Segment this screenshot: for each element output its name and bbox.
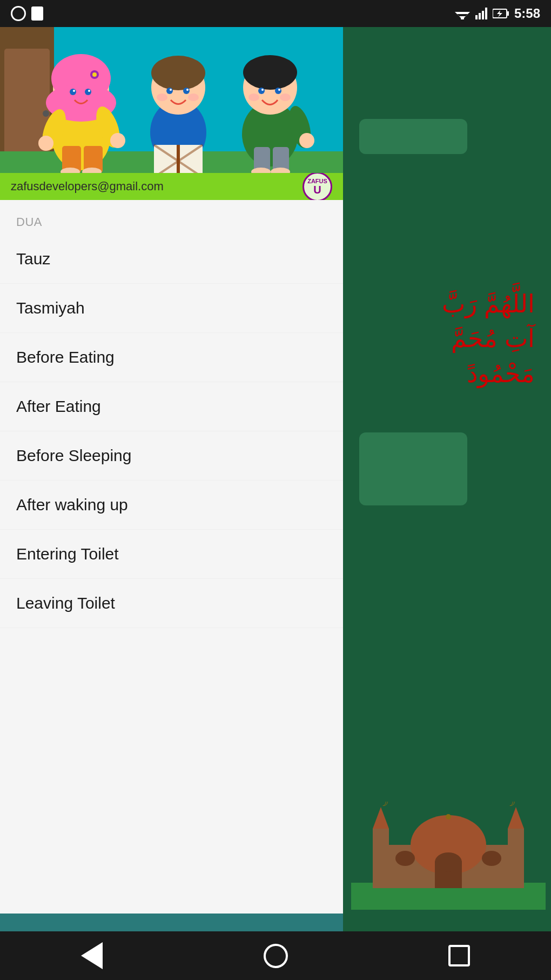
nav-item-after-eating[interactable]: After Eating [0, 382, 343, 431]
svg-rect-5 [508, 829, 524, 888]
nav-item-leaving-toilet[interactable]: Leaving Toilet [0, 579, 343, 628]
svg-point-60 [157, 94, 167, 101]
svg-point-8 [435, 852, 462, 872]
status-right-icons: 5:58 [455, 6, 540, 21]
svg-marker-6 [508, 807, 524, 829]
nav-item-entering-toilet[interactable]: Entering Toilet [0, 530, 343, 579]
status-bar: 5:58 [0, 0, 551, 27]
svg-point-80 [299, 133, 314, 148]
time-display: 5:58 [514, 6, 540, 21]
svg-rect-19 [479, 13, 481, 19]
svg-point-46 [38, 136, 53, 151]
record-icon [11, 6, 26, 21]
svg-point-57 [183, 88, 190, 94]
svg-point-78 [280, 94, 291, 101]
arabic-text: اللَّهُمَّ رَبَّ آتِ مُحَمَّ مَحْمُودً [335, 286, 540, 391]
svg-text:☽: ☽ [505, 802, 516, 809]
svg-point-73 [258, 88, 265, 94]
logo-badge: ZAFUS U [303, 172, 332, 201]
green-button-mid[interactable] [359, 432, 467, 505]
svg-point-44 [92, 72, 97, 77]
wifi-icon [455, 8, 470, 19]
header-footer: zafusdevelopers@gmail.com ZAFUS U [0, 173, 343, 200]
back-icon [81, 942, 103, 969]
home-icon [264, 944, 288, 968]
nav-item-after-waking[interactable]: After waking up [0, 481, 343, 530]
nav-item-before-eating[interactable]: Before Eating [0, 333, 343, 382]
recent-icon [448, 945, 470, 966]
svg-point-74 [275, 88, 281, 94]
mosque-illustration: ☽ ☽ [351, 802, 546, 910]
svg-point-59 [186, 89, 189, 91]
svg-marker-4 [373, 807, 389, 829]
svg-point-76 [278, 89, 280, 91]
svg-marker-24 [497, 10, 502, 17]
svg-point-75 [261, 89, 264, 91]
svg-point-40 [85, 89, 91, 95]
svg-point-39 [70, 89, 76, 95]
home-button[interactable] [259, 939, 292, 972]
svg-point-13 [446, 814, 451, 819]
back-button[interactable] [76, 939, 108, 972]
svg-point-41 [73, 90, 75, 92]
bottom-nav-bar [0, 931, 551, 980]
svg-rect-3 [373, 829, 389, 888]
svg-point-48 [110, 133, 125, 148]
signal-icon [475, 8, 487, 19]
email-text: zafusdevelopers@gmail.com [11, 179, 164, 194]
nav-item-before-sleeping[interactable]: Before Sleeping [0, 431, 343, 481]
status-left-icons [11, 6, 43, 21]
svg-point-72 [243, 55, 297, 90]
svg-rect-18 [475, 15, 478, 19]
nav-item-tasmiyah[interactable]: Tasmiyah [0, 284, 343, 333]
svg-point-55 [151, 56, 205, 90]
svg-point-42 [88, 90, 90, 92]
svg-point-77 [248, 94, 259, 101]
nav-section-label: DUA [0, 200, 343, 235]
cartoon-illustration [0, 27, 343, 173]
header-illustration: zafusdevelopers@gmail.com ZAFUS U [0, 27, 343, 200]
svg-point-56 [166, 88, 173, 94]
svg-rect-23 [507, 11, 509, 16]
svg-point-29 [43, 110, 49, 117]
svg-rect-20 [482, 11, 484, 19]
nav-drawer: DUA Tauz Tasmiyah Before Eating After Ea… [0, 200, 343, 914]
battery-icon [493, 8, 509, 19]
svg-point-10 [482, 851, 501, 866]
svg-point-9 [395, 851, 415, 866]
nav-item-tauz[interactable]: Tauz [0, 235, 343, 284]
recent-button[interactable] [443, 939, 475, 972]
sim-icon [31, 6, 43, 21]
svg-point-58 [170, 89, 172, 91]
green-button-top[interactable] [359, 119, 467, 154]
svg-text:☽: ☽ [378, 802, 389, 809]
svg-point-61 [188, 94, 199, 101]
svg-rect-21 [485, 8, 487, 19]
